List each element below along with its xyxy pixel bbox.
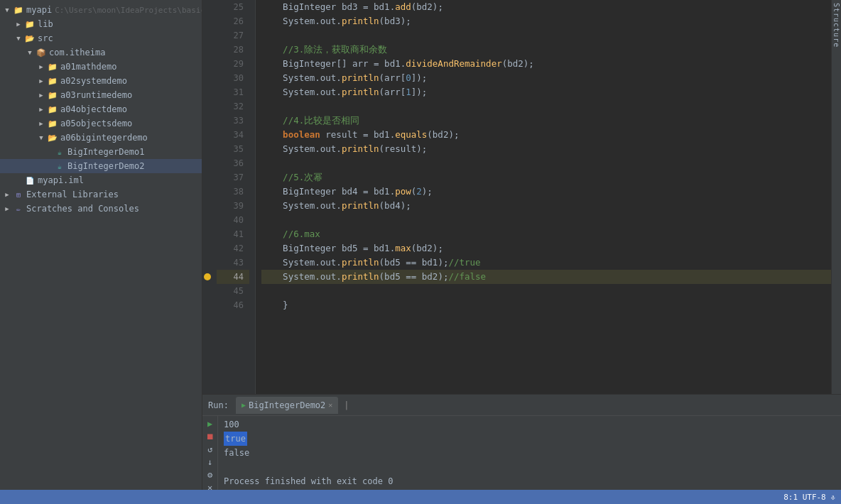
code-line-39: System.out.println(bd4); (261, 199, 831, 213)
run-close-button[interactable]: ✕ (204, 483, 217, 490)
arrow-src: ▼ (13, 35, 24, 42)
sidebar-item-a04objectdemo[interactable]: ▶ 📁 a04objectdemo (0, 102, 202, 116)
code-line-28: //3.除法，获取商和余数 (261, 43, 831, 57)
linenum-41: 41 (217, 227, 249, 241)
run-scroll-down-button[interactable]: ↓ (204, 457, 217, 467)
structure-panel[interactable]: Structure (831, 0, 841, 394)
arrow-com-itheima: ▼ (24, 49, 36, 56)
arrow-myapi: ▼ (1, 6, 13, 13)
run-stop-button[interactable]: ⏹ (204, 432, 217, 442)
output-line-5: Process finished with exit code 0 (224, 474, 835, 488)
arrow-a03: ▶ (36, 92, 47, 99)
gutter-39 (202, 199, 217, 213)
gutter-32 (202, 99, 217, 114)
linenum-25: 25 (217, 0, 249, 14)
code-line-26: System.out.println(bd3); (261, 14, 831, 28)
code-content: 25 26 27 28 29 30 31 32 33 34 35 36 37 3… (202, 0, 841, 394)
linenum-38: 38 (217, 185, 249, 199)
arrow-lib: ▶ (13, 21, 24, 28)
sidebar-item-com-itheima[interactable]: ▼ 📦 com.itheima (0, 45, 202, 60)
linenum-31: 31 (217, 85, 249, 99)
linenum-27: 27 (217, 28, 249, 43)
run-tabs: Run: ▶ BigIntegerDemo2 ✕ | (202, 395, 841, 416)
sidebar-item-src[interactable]: ▼ 📂 src (0, 31, 202, 45)
sidebar-item-a02systemdemo[interactable]: ▶ 📁 a02systemdemo (0, 74, 202, 88)
code-lines-container[interactable]: BigInteger bd3 = bd1.add(bd2); System.ou… (256, 0, 831, 394)
iml-icon: 📄 (24, 175, 36, 186)
run-output: 100 true false Process finished with exi… (218, 416, 841, 490)
linenum-45: 45 (217, 284, 249, 298)
cursor-indicator: | (344, 400, 349, 410)
output-text-2: true (224, 432, 247, 446)
arrow-scratch: ▶ (1, 205, 13, 212)
sidebar-item-scratches[interactable]: ▶ ✏ Scratches and Consoles (0, 202, 202, 216)
gutter-35 (202, 142, 217, 156)
gutter-26 (202, 14, 217, 28)
sidebar-label-src: src (38, 33, 53, 43)
sidebar-item-lib[interactable]: ▶ 📁 lib (0, 17, 202, 31)
sidebar-path-myapi: C:\Users\moon\IdeaProjects\basic-code (55, 6, 202, 15)
linenum-32: 32 (217, 99, 249, 114)
sidebar-item-a03runtimedemo[interactable]: ▶ 📁 a03runtimedemo (0, 88, 202, 102)
linenum-39: 39 (217, 199, 249, 213)
package-icon-com-itheima: 📦 (36, 47, 47, 58)
arrow-a06: ▼ (36, 134, 47, 141)
linenum-26: 26 (217, 14, 249, 28)
sidebar-item-bigintegerdemo1[interactable]: ☕ BigIntegerDemo1 (0, 145, 202, 159)
output-text-1: 100 (224, 417, 239, 432)
package-icon-a04: 📁 (47, 104, 58, 115)
sidebar-label-myapi: myapi (26, 5, 52, 15)
gutter-31 (202, 85, 217, 99)
output-line-3: false (224, 446, 835, 460)
run-tab-label: BigIntegerDemo2 (249, 400, 325, 410)
sidebar-item-a06bigintegerdemo[interactable]: ▼ 📂 a06bigintegerdemo (0, 131, 202, 145)
run-settings-button[interactable]: ⚙ (204, 470, 217, 480)
arrow-ext: ▶ (1, 191, 13, 198)
sidebar-item-a05objectsdemo[interactable]: ▶ 📁 a05objectsdemo (0, 116, 202, 131)
run-tab-close[interactable]: ✕ (328, 401, 332, 409)
code-line-25: BigInteger bd3 = bd1.add(bd2); (261, 0, 831, 14)
gutter-38 (202, 185, 217, 199)
scratch-icon: ✏ (13, 203, 24, 214)
main-layout: ▼ 📁 myapi C:\Users\moon\IdeaProjects\bas… (0, 0, 841, 490)
code-scroll[interactable]: 25 26 27 28 29 30 31 32 33 34 35 36 37 3… (202, 0, 841, 394)
code-line-29: BigInteger[] arr = bd1.divideAndRemainde… (261, 57, 831, 71)
code-line-44: System.out.println(bd5 == bd2);//false (261, 270, 831, 284)
sidebar-label-ext: External Libraries (26, 190, 119, 199)
sidebar-item-a01mathdemo[interactable]: ▶ 📁 a01mathdemo (0, 60, 202, 74)
gutter-27 (202, 28, 217, 43)
sidebar-item-bigintegerdemo2[interactable]: ☕ BigIntegerDemo2 (0, 159, 202, 173)
sidebar-item-myapi-iml[interactable]: 📄 myapi.iml (0, 173, 202, 187)
folder-icon-lib: 📁 (24, 18, 36, 30)
sidebar-label-iml: myapi.iml (38, 175, 84, 185)
package-icon-a02: 📁 (47, 75, 58, 87)
gutter-28 (202, 43, 217, 57)
output-line-1: 100 (224, 417, 835, 432)
project-sidebar: ▼ 📁 myapi C:\Users\moon\IdeaProjects\bas… (0, 0, 202, 490)
linenum-36: 36 (217, 156, 249, 170)
structure-label[interactable]: Structure (832, 3, 840, 48)
output-line-2: true (224, 432, 835, 446)
run-panel: Run: ▶ BigIntegerDemo2 ✕ | ▶ ⏹ ↺ ↓ ⚙ ✕ (202, 394, 841, 490)
gutter-45 (202, 284, 217, 298)
package-icon-a06: 📂 (47, 132, 58, 143)
sidebar-label-a03: a03runtimedemo (60, 90, 132, 100)
sidebar-item-external-libraries[interactable]: ▶ ⊞ External Libraries (0, 187, 202, 202)
sidebar-label-a02: a02systemdemo (60, 76, 127, 86)
gutter-30 (202, 71, 217, 85)
run-label: Run: (208, 400, 229, 410)
editor-area: 25 26 27 28 29 30 31 32 33 34 35 36 37 3… (202, 0, 841, 490)
sidebar-label-demo2: BigIntegerDemo2 (67, 161, 144, 171)
left-gutter (202, 0, 217, 394)
package-icon-a01: 📁 (47, 61, 58, 72)
gutter-33 (202, 114, 217, 128)
run-play-button[interactable]: ▶ (204, 419, 217, 429)
code-line-43: System.out.println(bd5 == bd1);//true (261, 256, 831, 270)
sidebar-item-myapi[interactable]: ▼ 📁 myapi C:\Users\moon\IdeaProjects\bas… (0, 3, 202, 17)
warning-dot-44 (204, 273, 211, 280)
linenum-43: 43 (217, 256, 249, 270)
arrow-a04: ▶ (36, 106, 47, 113)
run-rerun-button[interactable]: ↺ (204, 444, 217, 454)
sidebar-label-a04: a04objectdemo (60, 104, 127, 114)
run-tab-bigintegerdemo2[interactable]: ▶ BigIntegerDemo2 ✕ (236, 397, 338, 414)
